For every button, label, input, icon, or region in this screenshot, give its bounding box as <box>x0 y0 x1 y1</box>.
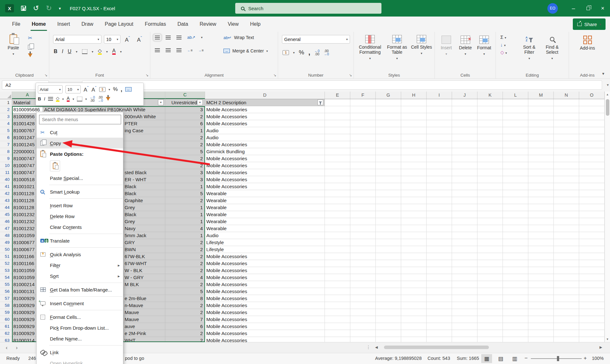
row-number-10[interactable]: 10 <box>0 162 12 169</box>
cell-G7[interactable] <box>376 141 401 148</box>
cell-M6[interactable] <box>528 134 554 141</box>
row-number-51[interactable]: 51 <box>0 253 12 260</box>
mini-format-painter-icon[interactable] <box>106 97 110 101</box>
cell-M58[interactable] <box>528 302 554 309</box>
format-cells-button[interactable]: Format▾ <box>476 36 493 57</box>
cell-E56[interactable] <box>325 288 350 295</box>
orientation-icon[interactable]: ab↗ <box>187 35 195 40</box>
save-icon[interactable] <box>21 6 26 11</box>
cell-E40[interactable] <box>325 176 350 183</box>
cell-L6[interactable] <box>503 134 528 141</box>
cell-G44[interactable] <box>376 204 401 211</box>
cell-H59[interactable] <box>401 309 427 316</box>
prev-sheet-icon[interactable]: ‹ <box>6 345 8 351</box>
font-color-icon[interactable]: A <box>112 48 116 55</box>
align-left-icon[interactable] <box>155 48 160 52</box>
row-number-58[interactable]: 58 <box>0 302 12 309</box>
cell-H8[interactable] <box>401 148 427 155</box>
cell-I6[interactable] <box>427 134 452 141</box>
cell-C44[interactable]: 1 <box>165 204 205 211</box>
cell-O8[interactable] <box>579 148 605 155</box>
cell-L1[interactable] <box>503 99 528 106</box>
cell-K46[interactable] <box>477 218 503 225</box>
cell-J6[interactable] <box>452 134 477 141</box>
cell-F41[interactable] <box>350 183 376 190</box>
cell-E49[interactable] <box>325 239 350 246</box>
cell-H45[interactable] <box>401 211 427 218</box>
cell-D10[interactable]: Mobile Accessories <box>205 162 325 169</box>
cell-N47[interactable] <box>554 225 579 232</box>
cell-L62[interactable] <box>503 330 528 337</box>
row-number-42[interactable]: 42 <box>0 190 12 197</box>
cell-H63[interactable] <box>401 337 427 342</box>
cell-G40[interactable] <box>376 176 401 183</box>
avatar[interactable]: EO <box>547 3 558 14</box>
menu-item-quick-analysis[interactable]: Quick Analysis <box>37 249 123 260</box>
qat-customize-icon[interactable]: ▾ <box>59 6 61 11</box>
cell-G60[interactable] <box>376 316 401 323</box>
cell-J2[interactable] <box>452 106 477 113</box>
row-number-49[interactable]: 49 <box>0 239 12 246</box>
row-number-4[interactable]: 4 <box>0 120 12 127</box>
cell-K4[interactable] <box>477 120 503 127</box>
cell-I57[interactable] <box>427 295 452 302</box>
cell-C62[interactable]: 2 <box>165 330 205 337</box>
cell-K11[interactable] <box>477 169 503 176</box>
cell-L49[interactable] <box>503 239 528 246</box>
cell-D52[interactable]: Mobile Accessories <box>205 260 325 267</box>
cell-K49[interactable] <box>477 239 503 246</box>
cell-M8[interactable] <box>528 148 554 155</box>
cell-F46[interactable] <box>350 218 376 225</box>
cell-J59[interactable] <box>452 309 477 316</box>
cell-H49[interactable] <box>401 239 427 246</box>
row-number-54[interactable]: 54 <box>0 274 12 281</box>
cell-G43[interactable] <box>376 197 401 204</box>
cell-O44[interactable] <box>579 204 605 211</box>
menu-item-paste-special[interactable]: Paste Special... <box>37 173 123 183</box>
cell-G11[interactable] <box>376 169 401 176</box>
fill-icon[interactable]: ↓ ▾ <box>500 42 507 47</box>
cell-F57[interactable] <box>350 295 376 302</box>
cell-O4[interactable] <box>579 120 605 127</box>
fill-color-icon[interactable]: ◇ <box>98 48 102 55</box>
cell-H62[interactable] <box>401 330 427 337</box>
cell-L41[interactable] <box>503 183 528 190</box>
cell-G48[interactable] <box>376 232 401 239</box>
cell-O61[interactable] <box>579 323 605 330</box>
cell-F51[interactable] <box>350 253 376 260</box>
zoom-slider-thumb[interactable] <box>557 356 559 361</box>
cell-N62[interactable] <box>554 330 579 337</box>
cell-K9[interactable] <box>477 155 503 162</box>
cell-O1[interactable] <box>579 99 605 106</box>
cell-L46[interactable] <box>503 218 528 225</box>
close-button[interactable]: × <box>595 0 610 17</box>
row-number-44[interactable]: 44 <box>0 204 12 211</box>
cell-N60[interactable] <box>554 316 579 323</box>
cell-I63[interactable] <box>427 337 452 342</box>
cell-C41[interactable]: 1 <box>165 183 205 190</box>
cell-N10[interactable] <box>554 162 579 169</box>
cell-G50[interactable] <box>376 246 401 253</box>
cell-G45[interactable] <box>376 211 401 218</box>
cell-H52[interactable] <box>401 260 427 267</box>
cell-I11[interactable] <box>427 169 452 176</box>
cell-O11[interactable] <box>579 169 605 176</box>
cell-H6[interactable] <box>401 134 427 141</box>
sort-filter-button[interactable]: AZ Sort & Filter▾ <box>519 35 539 61</box>
cell-C50[interactable]: 2 <box>165 246 205 253</box>
cell-I2[interactable] <box>427 106 452 113</box>
cell-M54[interactable] <box>528 274 554 281</box>
cell-I50[interactable] <box>427 246 452 253</box>
menu-item-filter[interactable]: Filter▸ <box>37 260 123 271</box>
menu-item-clear-contents[interactable]: Clear Contents <box>37 222 123 232</box>
comma-style-icon[interactable]: , <box>308 48 310 57</box>
cell-H10[interactable] <box>401 162 427 169</box>
cell-G3[interactable] <box>376 113 401 120</box>
cell-G52[interactable] <box>376 260 401 267</box>
cell-E11[interactable] <box>325 169 350 176</box>
cell-M1[interactable] <box>528 99 554 106</box>
cell-J50[interactable] <box>452 246 477 253</box>
cell-L4[interactable] <box>503 120 528 127</box>
cell-N50[interactable] <box>554 246 579 253</box>
cell-H50[interactable] <box>401 246 427 253</box>
